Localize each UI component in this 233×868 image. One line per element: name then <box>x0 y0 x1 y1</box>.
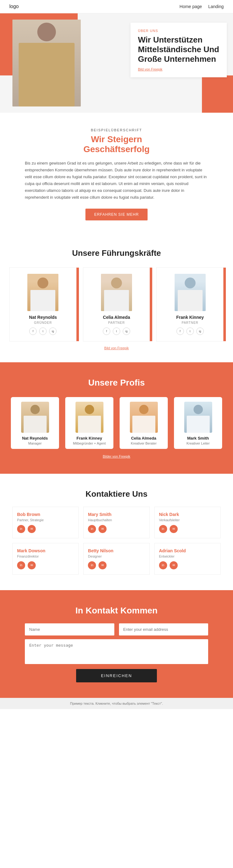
nav-home[interactable]: Home page <box>180 4 202 9</box>
hero-over-uns: ÜBER UNS <box>138 29 219 33</box>
linkedin-icon-2[interactable]: in <box>159 525 167 533</box>
kontakt-name-0: Bob Brown <box>17 512 74 517</box>
twitter-icon-0[interactable]: t <box>39 328 47 335</box>
team-social-0: f t ig <box>14 328 72 335</box>
kontakt-pos-4: Designer <box>88 554 145 558</box>
section2-title-orange: Geschäftserfolg <box>83 144 149 154</box>
profis-avatar-1 <box>76 402 104 433</box>
team-social-2: f t ig <box>161 328 219 335</box>
hero-title: Wir Unterstützen Mittelständische Und Gr… <box>138 35 219 64</box>
email-icon-0[interactable]: ✉ <box>28 525 36 533</box>
kontakt-name-1: Mary Smith <box>88 512 145 517</box>
kontakt-name-3: Mark Dowson <box>17 548 74 553</box>
linkedin-icon-4[interactable]: in <box>88 561 96 569</box>
beispiel-label: BEISPIELÜBERSCHRIFT <box>25 128 208 132</box>
kontakt-pos-0: Partner, Strategie <box>17 518 74 522</box>
facebook-icon-1[interactable]: f <box>103 328 110 335</box>
profis-card-2: Celia Almeda Kreativer Berater <box>120 397 168 449</box>
profis-avatar-0 <box>21 402 49 433</box>
message-input[interactable] <box>25 639 208 664</box>
profis-avatar-3 <box>184 402 212 433</box>
team-bild-link[interactable]: Bild von Freepik <box>9 346 224 350</box>
kontakt-section: Kontaktiere Uns Bob Brown Partner, Strat… <box>0 474 233 590</box>
team-card-1: Celia Almeda PARTNER f t ig <box>83 267 150 341</box>
facebook-icon-2[interactable]: f <box>176 328 184 335</box>
hero-image <box>12 20 81 106</box>
inkontakt-section: In Kontakt Kommen EINREICHEN <box>0 590 233 698</box>
nav-links: Home page Landing <box>180 4 224 9</box>
kontakt-card-0: Bob Brown Partner, Strategie in ✉ <box>12 507 79 538</box>
team-avatar-1 <box>101 274 132 311</box>
instagram-icon-1[interactable]: ig <box>123 328 130 335</box>
profis-section: Unsere Profis Nat Reynolds Manager Frank… <box>0 362 233 474</box>
profis-title: Unsere Profis <box>9 378 224 388</box>
team-card-2: Frank Kinney PARTNER f t ig <box>156 267 224 341</box>
inkontakt-title: In Kontakt Kommen <box>25 606 208 616</box>
section-geschaeft: BEISPIELÜBERSCHRIFT Wir Steigern Geschäf… <box>0 113 233 236</box>
email-icon-2[interactable]: ✉ <box>170 525 178 533</box>
hero-orange-bg-bottom <box>202 75 233 113</box>
section2-title: Wir Steigern Geschäftserfolg <box>25 134 208 154</box>
kontakt-icons-0: in ✉ <box>17 525 74 533</box>
kontakt-card-5: Adrian Scold Entwickler in ✉ <box>154 543 221 575</box>
submit-button[interactable]: EINREICHEN <box>76 669 157 682</box>
facebook-icon-0[interactable]: f <box>29 328 37 335</box>
profis-name-0: Nat Reynolds <box>16 436 54 440</box>
kontakt-icons-4: in ✉ <box>88 561 145 569</box>
profis-name-1: Frank Kinney <box>70 436 109 440</box>
hero-bild-link[interactable]: Bild von Freepik <box>138 67 219 71</box>
profis-card-1: Frank Kinney Mitbegründer + Agent <box>65 397 113 449</box>
team-grid: Nat Reynolds GRÜNDER f t ig Celia Almeda… <box>9 267 224 341</box>
profis-role-2: Kreativer Berater <box>124 441 163 445</box>
avatar-img-1 <box>101 274 132 311</box>
team-section: Unsere Führungskräfte Nat Reynolds GRÜND… <box>0 236 233 362</box>
kontakt-card-3: Mark Dowson Finanzdirektor in ✉ <box>12 543 79 575</box>
nav-landing[interactable]: Landing <box>208 4 224 9</box>
kontakt-pos-2: Verkaufsleiter <box>159 518 216 522</box>
team-name-2: Frank Kinney <box>161 315 219 320</box>
twitter-icon-1[interactable]: t <box>113 328 120 335</box>
instagram-icon-0[interactable]: ig <box>49 328 57 335</box>
name-input[interactable] <box>25 623 114 636</box>
kontakt-card-4: Betty Nilson Designer in ✉ <box>83 543 149 575</box>
linkedin-icon-3[interactable]: in <box>17 561 25 569</box>
team-role-0: GRÜNDER <box>14 321 72 324</box>
team-role-1: PARTNER <box>88 321 145 324</box>
kontakt-icons-1: in ✉ <box>88 525 145 533</box>
twitter-icon-2[interactable]: t <box>186 328 194 335</box>
kontakt-icons-3: in ✉ <box>17 561 74 569</box>
email-icon-1[interactable]: ✉ <box>98 525 107 533</box>
kontakt-card-2: Nick Dark Verkaufsleiter in ✉ <box>154 507 221 538</box>
instagram-icon-2[interactable]: ig <box>196 328 204 335</box>
team-social-1: f t ig <box>88 328 145 335</box>
erfahren-button[interactable]: ERFAHREN SIE MEHR <box>85 209 148 220</box>
team-card-0: Nat Reynolds GRÜNDER f t ig <box>9 267 77 341</box>
team-avatar-2 <box>175 274 206 311</box>
hero-section: ÜBER UNS Wir Unterstützen Mittelständisc… <box>0 13 233 113</box>
email-input[interactable] <box>119 623 208 636</box>
profis-role-0: Manager <box>16 441 54 445</box>
kontakt-icons-5: in ✉ <box>159 561 216 569</box>
profis-role-3: Kreativer Leiter <box>179 441 217 445</box>
team-avatar-0 <box>27 274 58 311</box>
kontakt-name-5: Adrian Scold <box>159 548 216 553</box>
profis-name-3: Mark Smith <box>179 436 217 440</box>
navigation: logo Home page Landing <box>0 0 233 13</box>
team-title: Unsere Führungskräfte <box>9 248 224 258</box>
linkedin-icon-5[interactable]: in <box>159 561 167 569</box>
linkedin-icon-0[interactable]: in <box>17 525 25 533</box>
email-icon-5[interactable]: ✉ <box>170 561 178 569</box>
kontakt-pos-1: Hauptbuchalten <box>88 518 145 522</box>
profis-bilder-link[interactable]: Bilder von Freepik <box>9 455 224 458</box>
hero-text-box: ÜBER UNS Wir Unterstützen Mittelständisc… <box>130 23 227 77</box>
linkedin-icon-1[interactable]: in <box>88 525 96 533</box>
kontakt-pos-5: Entwickler <box>159 554 216 558</box>
email-icon-4[interactable]: ✉ <box>98 561 107 569</box>
profis-card-0: Nat Reynolds Manager <box>11 397 59 449</box>
email-icon-3[interactable]: ✉ <box>28 561 36 569</box>
team-name-0: Nat Reynolds <box>14 315 72 320</box>
kontakt-name-4: Betty Nilson <box>88 548 145 553</box>
hero-person-avatar <box>12 20 81 106</box>
kontakt-pos-3: Finanzdirektor <box>17 554 74 558</box>
form-row-1 <box>25 623 208 636</box>
